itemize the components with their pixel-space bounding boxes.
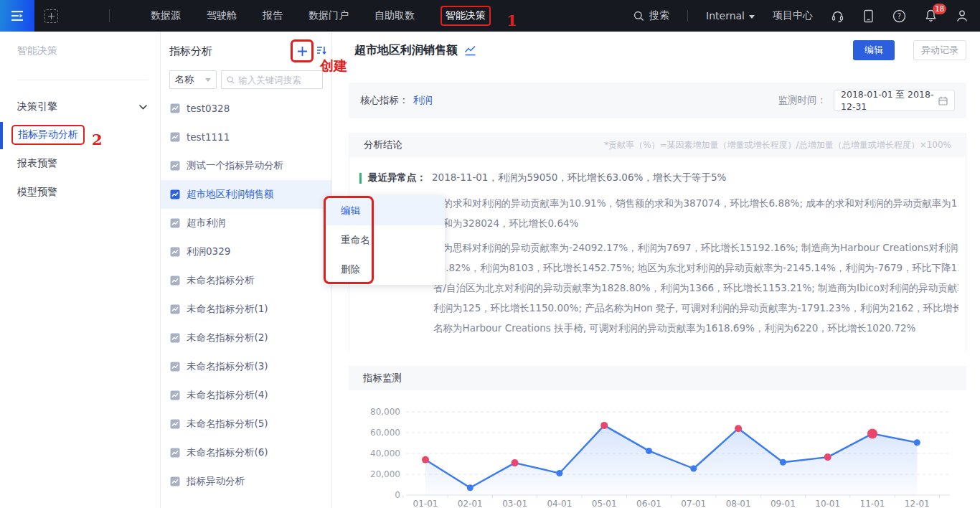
data-point[interactable] bbox=[780, 459, 786, 466]
nav-item-5[interactable]: 智能决策 bbox=[428, 0, 504, 32]
list-item-5[interactable]: 利润0329 bbox=[161, 237, 331, 266]
paragraph-line: 商为思科对利润的异动贡献率为-24092.17%，利润为7697，环比增长151… bbox=[433, 237, 958, 258]
mini-chart-icon bbox=[170, 161, 180, 171]
environment-selector[interactable]: Internal bbox=[706, 10, 755, 22]
paragraph-line: 求和为328024，环比增长0.64% bbox=[433, 213, 958, 233]
data-point[interactable] bbox=[646, 448, 652, 454]
mini-chart-icon bbox=[170, 448, 180, 458]
sidebar-item-1[interactable]: 报表预警 bbox=[0, 149, 160, 178]
nav-item-0[interactable]: 数据源 bbox=[138, 0, 194, 32]
question-circle-icon: ? bbox=[892, 9, 906, 23]
list-item-8[interactable]: 未命名指标分析(2) bbox=[161, 324, 331, 352]
sidebar-menu: 指标异动分析报表预警模型预警 bbox=[0, 121, 160, 207]
notifications-button[interactable]: 18 bbox=[924, 9, 938, 23]
list-item-12[interactable]: 未命名指标分析(6) bbox=[161, 438, 331, 467]
x-axis-tick-label: 01-01 bbox=[413, 499, 438, 508]
list-item-3[interactable]: 超市地区利润销售额 bbox=[161, 180, 331, 209]
nav-item-label: 报告 bbox=[263, 9, 283, 22]
list-item-0[interactable]: test0328 bbox=[161, 94, 331, 123]
app-logo[interactable] bbox=[0, 0, 34, 32]
mobile-device-icon bbox=[862, 9, 875, 23]
mobile-app-button[interactable] bbox=[862, 9, 875, 23]
list-item-label: 未命名指标分析(2) bbox=[187, 331, 268, 344]
sidebar-group-decision-engine[interactable]: 决策引擎 bbox=[17, 100, 147, 113]
add-module-icon[interactable] bbox=[44, 9, 58, 23]
mini-chart-icon bbox=[170, 333, 180, 343]
anomaly-data-point[interactable] bbox=[422, 456, 429, 464]
list-item-10[interactable]: 未命名指标分析(4) bbox=[161, 381, 331, 410]
project-center-link[interactable]: 项目中心 bbox=[773, 0, 813, 32]
data-point[interactable] bbox=[556, 470, 562, 476]
list-item-4[interactable]: 超市利润 bbox=[161, 209, 331, 237]
data-point[interactable] bbox=[467, 484, 473, 491]
list-item-label: test1111 bbox=[187, 131, 230, 143]
list-item-label: 测试一个指标异动分析 bbox=[187, 159, 283, 172]
core-metric-value[interactable]: 利润 bbox=[413, 94, 433, 107]
keyword-search-input[interactable] bbox=[238, 75, 317, 85]
list-item-1[interactable]: test1111 bbox=[161, 123, 331, 151]
context-menu-item-label: 重命名 bbox=[341, 234, 370, 247]
sidebar-item-0[interactable]: 指标异动分析 bbox=[0, 121, 160, 149]
core-metric-bar: 核心指标： 利润 监测时间： 2018-01-01 至 2018-12-31 bbox=[349, 83, 966, 118]
nav-item-4[interactable]: 自助取数 bbox=[362, 0, 428, 32]
sidebar-group-label: 决策引擎 bbox=[17, 100, 57, 113]
anomaly-data-point[interactable] bbox=[824, 453, 831, 461]
search-icon bbox=[227, 75, 235, 85]
latest-anomaly-label: 最近异常点： bbox=[368, 171, 426, 184]
list-item-2[interactable]: 测试一个指标异动分析 bbox=[161, 151, 331, 180]
context-menu-item-2[interactable]: 删除 bbox=[325, 255, 445, 284]
filter-field-select[interactable]: 名称 bbox=[169, 70, 217, 89]
core-metric-label: 核心指标： bbox=[360, 94, 409, 107]
anomaly-record-button[interactable]: 异动记录 bbox=[913, 40, 966, 60]
sort-button[interactable] bbox=[316, 45, 326, 57]
nav-item-label: 数据源 bbox=[151, 9, 181, 22]
sidebar-item-2[interactable]: 模型预警 bbox=[0, 178, 160, 207]
analysis-list: test0328test1111测试一个指标异动分析超市地区利润销售额超市利润利… bbox=[161, 94, 331, 496]
panel-title: 指标分析 bbox=[169, 44, 212, 58]
conclusion-header: 分析结论 *贡献率（%）=某因素增加量（增量或增长程度）/总增加量（总增量或增长… bbox=[349, 133, 966, 157]
annotation-step-2: 2 bbox=[92, 131, 103, 149]
list-item-9[interactable]: 未命名指标分析(3) bbox=[161, 352, 331, 381]
list-filter-row: 名称 bbox=[169, 70, 323, 89]
contribution-rate-note: *贡献率（%）=某因素增加量（增量或增长程度）/总增加量（总增量或增长程度）×1… bbox=[604, 139, 951, 151]
list-item-6[interactable]: 未命名指标分析 bbox=[161, 266, 331, 295]
nav-item-2[interactable]: 报告 bbox=[250, 0, 296, 32]
hamburger-menu-icon bbox=[10, 10, 24, 22]
create-analysis-button[interactable] bbox=[291, 39, 314, 62]
nav-item-3[interactable]: 数据门户 bbox=[296, 0, 362, 32]
anomaly-data-point[interactable] bbox=[867, 428, 877, 438]
list-item-label: 未命名指标分析(1) bbox=[187, 303, 268, 316]
monitor-line-chart[interactable]: 020,00040,00060,00080,00001-0102-0103-01… bbox=[349, 393, 966, 508]
y-axis-tick-label: 80,000 bbox=[370, 407, 400, 417]
sidebar-item-label: 模型预警 bbox=[17, 186, 57, 199]
anomaly-data-point[interactable] bbox=[600, 422, 608, 429]
mini-chart-icon bbox=[170, 132, 180, 142]
context-menu-item-0[interactable]: 编辑 bbox=[325, 196, 445, 225]
sidebar-divider bbox=[17, 80, 149, 80]
context-menu-item-1[interactable]: 重命名 bbox=[325, 225, 445, 255]
date-range-picker[interactable]: 2018-01-01 至 2018-12-31 bbox=[834, 90, 955, 111]
anomaly-data-point[interactable] bbox=[735, 425, 742, 432]
data-point[interactable] bbox=[914, 439, 920, 446]
nav-item-1[interactable]: 驾驶舱 bbox=[194, 0, 250, 32]
monitor-chart-area: 020,00040,00060,00080,00001-0102-0103-01… bbox=[349, 390, 966, 508]
x-axis-tick-label: 12-01 bbox=[905, 499, 930, 508]
edit-button[interactable]: 编辑 bbox=[853, 40, 895, 60]
context-menu-item-label: 删除 bbox=[341, 263, 360, 276]
list-item-13[interactable]: 指标异动分析 bbox=[161, 467, 331, 496]
data-point[interactable] bbox=[690, 466, 697, 472]
global-search[interactable]: 搜索 bbox=[633, 9, 669, 22]
list-item-label: 指标异动分析 bbox=[187, 475, 245, 488]
line-chart-icon[interactable] bbox=[464, 45, 476, 56]
list-item-11[interactable]: 未命名指标分析(5) bbox=[161, 410, 331, 438]
support-headset-button[interactable] bbox=[831, 9, 844, 23]
notification-badge: 18 bbox=[933, 4, 946, 14]
user-profile-button[interactable] bbox=[956, 9, 969, 23]
sidebar-item-label: 指标异动分析 bbox=[11, 125, 85, 145]
help-button[interactable]: ? bbox=[892, 9, 906, 23]
paragraph-line: 名称为Harbour Creations 扶手椅, 可调对利润的异动贡献率为16… bbox=[433, 318, 958, 338]
anomaly-data-point[interactable] bbox=[512, 459, 519, 466]
x-axis-tick-label: 09-01 bbox=[771, 499, 796, 508]
mini-chart-icon bbox=[170, 103, 180, 113]
list-item-7[interactable]: 未命名指标分析(1) bbox=[161, 295, 331, 324]
